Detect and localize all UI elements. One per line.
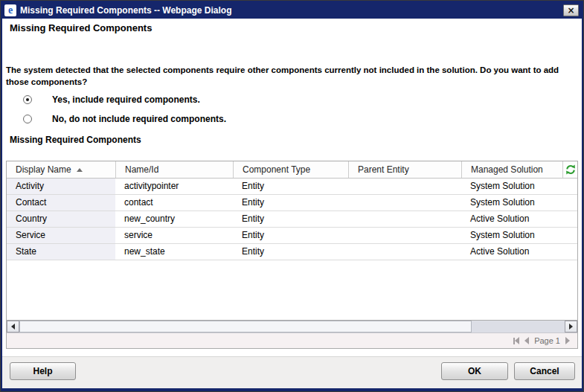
option-yes[interactable]: Yes, include required components. [23, 94, 200, 105]
table-cell [562, 179, 577, 194]
table-cell [348, 244, 461, 260]
table-cell: System Solution [461, 179, 562, 194]
table-cell: contact [115, 195, 233, 211]
table-row[interactable]: Service service Entity System Solution [7, 228, 577, 244]
previous-page-icon[interactable] [524, 337, 529, 344]
column-header-label: Display Name [16, 161, 71, 178]
table-cell: Entity [233, 179, 348, 194]
table-cell: Country [7, 211, 115, 227]
table-cell [562, 228, 577, 243]
scroll-left-icon [11, 324, 15, 330]
radio-label-yes[interactable]: Yes, include required components. [52, 94, 200, 105]
grid-pagination-bar: Page 1 [7, 333, 577, 348]
table-cell: System Solution [461, 228, 562, 243]
grid-header-row: Display Name Name/Id Component Type Pare… [7, 161, 577, 179]
table-cell [348, 228, 461, 243]
table-cell: new_country [115, 211, 233, 227]
dialog-content: Missing Required Components The system d… [2, 19, 582, 388]
column-header-display-name[interactable]: Display Name [7, 161, 115, 178]
refresh-icon [565, 164, 576, 175]
table-cell: new_state [115, 244, 233, 260]
scroll-left-button[interactable] [7, 321, 19, 332]
grid-empty-area [7, 260, 577, 320]
table-cell: Active Solution [461, 244, 562, 260]
option-no[interactable]: No, do not include required components. [23, 114, 226, 124]
table-cell: Entity [233, 195, 348, 211]
page-title: Missing Required Components [10, 22, 152, 33]
components-grid: Display Name Name/Id Component Type Pare… [6, 161, 578, 349]
first-page-icon [515, 337, 519, 344]
column-header-component-type[interactable]: Component Type [233, 161, 348, 178]
scroll-right-icon [569, 324, 573, 330]
radio-label-no[interactable]: No, do not include required components. [52, 114, 226, 124]
table-cell [348, 179, 461, 194]
table-row[interactable]: Contact contact Entity System Solution [7, 195, 577, 211]
table-cell: service [115, 228, 233, 243]
table-cell: State [7, 244, 115, 260]
column-header-name-id[interactable]: Name/Id [115, 161, 233, 178]
column-header-managed-solution[interactable]: Managed Solution [461, 161, 562, 178]
intro-text: The system detected that the selected co… [6, 64, 577, 88]
page-label: Page 1 [534, 336, 560, 345]
help-button[interactable]: Help [10, 362, 76, 380]
webpage-dialog: e Missing Required Components -- Webpage… [0, 0, 584, 392]
cancel-button[interactable]: Cancel [514, 362, 575, 380]
table-row[interactable]: State new_state Entity Active Solution [7, 244, 577, 260]
window-title: Missing Required Components -- Webpage D… [20, 5, 563, 16]
scroll-right-button[interactable] [565, 321, 577, 332]
table-cell [562, 195, 577, 211]
table-row[interactable]: Activity activitypointer Entity System S… [7, 179, 577, 195]
refresh-button[interactable] [562, 161, 577, 178]
dialog-frame: e Missing Required Components -- Webpage… [1, 1, 583, 391]
table-cell: System Solution [461, 195, 562, 211]
table-cell [562, 211, 577, 227]
sort-ascending-icon [77, 168, 83, 172]
table-row[interactable]: Country new_country Entity Active Soluti… [7, 211, 577, 228]
close-icon[interactable]: × [563, 4, 579, 16]
ok-button[interactable]: OK [441, 362, 508, 380]
radio-button[interactable] [23, 115, 32, 123]
grid-section-title: Missing Required Components [10, 135, 141, 145]
table-cell: Activity [7, 179, 115, 194]
scrollbar-thumb[interactable] [19, 321, 472, 332]
table-cell: Entity [233, 228, 348, 243]
table-cell: Service [7, 228, 115, 243]
footer-bar: Help OK Cancel [2, 356, 582, 388]
table-cell [348, 195, 461, 211]
table-cell: Entity [233, 244, 348, 260]
table-cell: activitypointer [115, 179, 233, 194]
table-cell: Contact [7, 195, 115, 211]
table-cell: Active Solution [461, 211, 562, 227]
horizontal-scrollbar[interactable] [7, 320, 577, 333]
first-page-button[interactable] [513, 337, 519, 344]
internet-explorer-icon: e [4, 4, 16, 16]
radio-button[interactable] [23, 95, 32, 104]
table-cell [348, 211, 461, 227]
next-page-icon[interactable] [565, 337, 570, 344]
table-cell [562, 244, 577, 260]
titlebar: e Missing Required Components -- Webpage… [2, 2, 582, 19]
column-header-parent-entity[interactable]: Parent Entity [348, 161, 461, 178]
table-cell: Entity [233, 211, 348, 227]
